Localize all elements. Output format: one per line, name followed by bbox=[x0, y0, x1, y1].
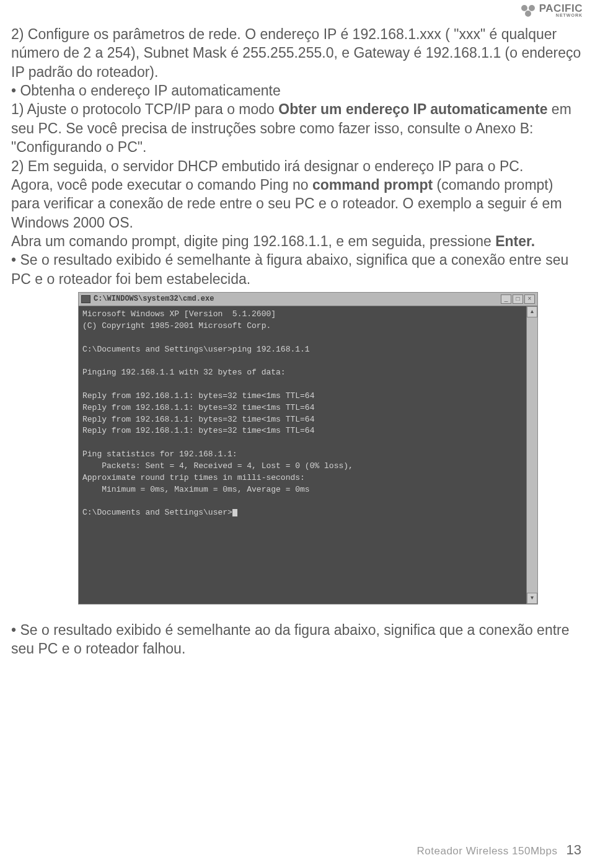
text-ping-bold: command prompt bbox=[312, 177, 433, 193]
footer-product-title: Roteador Wireless 150Mbps bbox=[417, 845, 558, 857]
cmd-titlebar: C:\WINDOWS\system32\cmd.exe _ □ × bbox=[79, 293, 537, 306]
text-ping-a: Agora, você pode executar o comando Ping… bbox=[11, 177, 312, 193]
minimize-button[interactable]: _ bbox=[501, 294, 511, 304]
logo-brand-text: PACIFIC bbox=[539, 4, 583, 13]
paragraph-open-prompt: Abra um comando prompt, digite ping 192.… bbox=[11, 232, 584, 250]
maximize-button[interactable]: □ bbox=[513, 294, 523, 304]
logo-icon bbox=[519, 4, 537, 17]
cmd-window: C:\WINDOWS\system32\cmd.exe _ □ × Micros… bbox=[78, 292, 538, 604]
footer-page-number: 13 bbox=[566, 842, 581, 858]
paragraph-config-params: 2) Configure os parâmetros de rede. O en… bbox=[11, 25, 584, 81]
cmd-scrollbar[interactable]: ▴ ▾ bbox=[526, 306, 537, 604]
text-step1-a: 1) Ajuste o protocolo TCP/IP para o modo bbox=[11, 101, 278, 117]
paragraph-step1: 1) Ajuste o protocolo TCP/IP para o modo… bbox=[11, 100, 584, 156]
scroll-track[interactable] bbox=[527, 317, 537, 593]
text-enter-bold: Enter. bbox=[495, 233, 535, 249]
cmd-app-icon bbox=[81, 295, 90, 303]
brand-logo: PACIFIC NETWORK bbox=[519, 4, 583, 17]
scroll-down-button[interactable]: ▾ bbox=[527, 593, 537, 604]
svg-point-0 bbox=[521, 5, 527, 11]
close-button[interactable]: × bbox=[524, 294, 535, 304]
bullet-failure: • Se o resultado exibido é semelhante ao… bbox=[11, 621, 584, 658]
bullet-success: • Se o resultado exibido é semelhante à … bbox=[11, 250, 584, 288]
cmd-output: Microsoft Windows XP [Version 5.1.2600] … bbox=[79, 306, 526, 604]
document-body: 2) Configure os parâmetros de rede. O en… bbox=[11, 25, 584, 658]
bullet-auto-ip: • Obtenha o endereço IP automaticamente bbox=[11, 81, 584, 100]
logo-subtitle-text: NETWORK bbox=[539, 14, 583, 17]
scroll-up-button[interactable]: ▴ bbox=[527, 306, 537, 317]
text-step1-bold: Obter um endereço IP automaticamente bbox=[278, 101, 547, 117]
paragraph-step2: 2) Em seguida, o servidor DHCP embutido … bbox=[11, 157, 584, 175]
svg-point-1 bbox=[529, 5, 535, 11]
paragraph-ping-intro: Agora, você pode executar o comando Ping… bbox=[11, 175, 584, 232]
svg-point-2 bbox=[525, 11, 531, 17]
text-open-a: Abra um comando prompt, digite ping 192.… bbox=[11, 233, 495, 249]
cmd-title-text: C:\WINDOWS\system32\cmd.exe bbox=[94, 294, 501, 304]
page-footer: Roteador Wireless 150Mbps 13 bbox=[417, 842, 581, 858]
